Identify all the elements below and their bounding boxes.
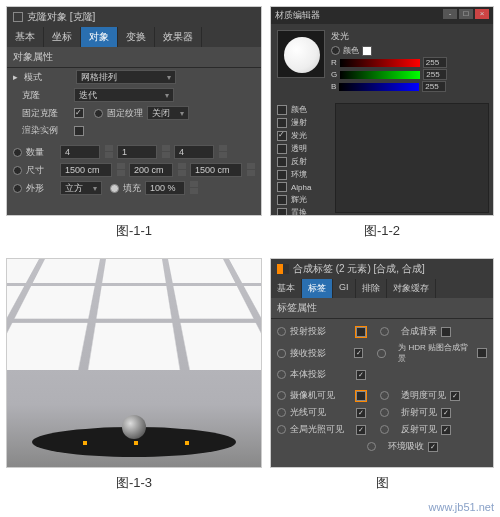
chan-checkbox[interactable]	[277, 157, 287, 167]
color-label: 颜色	[343, 45, 359, 56]
caption-1: 图-1-1	[6, 216, 262, 250]
count-label: 数量	[26, 146, 56, 159]
shape-radio[interactable]	[13, 184, 22, 193]
tab-bar: 基本 坐标 对象 变换 效果器	[7, 27, 261, 47]
radio[interactable]	[367, 442, 376, 451]
ray-visible-checkbox[interactable]: ✓	[356, 408, 366, 418]
radio[interactable]	[277, 327, 286, 336]
caption-4: 图	[270, 468, 494, 502]
r-slider[interactable]	[340, 59, 420, 67]
shape-dropdown[interactable]: 立方▾	[60, 181, 102, 195]
shape-label: 外形	[26, 182, 56, 195]
axis-handle[interactable]	[83, 441, 87, 445]
mode-dropdown[interactable]: 网格排列▾	[76, 70, 176, 84]
chan-checkbox[interactable]	[277, 208, 287, 217]
chan-checkbox[interactable]	[277, 195, 287, 205]
chan-checkbox[interactable]	[277, 118, 287, 128]
chan-checkbox[interactable]	[277, 170, 287, 180]
refract-visible-checkbox[interactable]: ✓	[441, 408, 451, 418]
size-radio[interactable]	[13, 166, 22, 175]
size-y[interactable]: 200 cm	[129, 163, 173, 177]
hdr-bg-checkbox[interactable]	[477, 348, 487, 358]
close-button[interactable]: ×	[475, 9, 489, 19]
compositing-icon	[277, 264, 289, 274]
tab-transform[interactable]: 变换	[118, 27, 155, 47]
viewport-panel[interactable]	[6, 258, 262, 468]
fill-value[interactable]: 100 %	[145, 181, 185, 195]
cloner-panel: 克隆对象 [克隆] 基本 坐标 对象 变换 效果器 对象属性 ▸ 模式 网格排列…	[6, 6, 262, 216]
count-radio[interactable]	[13, 148, 22, 157]
material-body	[335, 103, 489, 213]
radio-off[interactable]	[94, 109, 103, 118]
size-label: 尺寸	[26, 164, 56, 177]
panel-title: 克隆对象 [克隆]	[27, 10, 95, 24]
caption-2: 图-1-2	[270, 216, 494, 250]
b-slider[interactable]	[339, 83, 419, 91]
color-swatch[interactable]	[362, 46, 372, 56]
receive-shadow-checkbox[interactable]: ✓	[354, 348, 364, 358]
radio[interactable]	[277, 408, 286, 417]
fill-label: 填充	[123, 182, 141, 195]
radio[interactable]	[380, 408, 389, 417]
compositing-tag-panel: 合成标签 (2 元素) [合成, 合成] 基本 标签 GI 排除 对象缓存 标签…	[270, 258, 494, 468]
chan-checkbox[interactable]	[277, 144, 287, 154]
tab-basic[interactable]: 基本	[271, 279, 302, 298]
maximize-button[interactable]: □	[459, 9, 473, 19]
fix-tex-label: 固定纹理	[107, 107, 143, 120]
cast-shadow-checkbox[interactable]	[356, 327, 366, 337]
radio[interactable]	[277, 425, 286, 434]
chan-checkbox[interactable]	[277, 131, 287, 141]
ao-checkbox[interactable]: ✓	[428, 442, 438, 452]
count-z[interactable]: 4	[174, 145, 214, 159]
tab-buffer[interactable]: 对象缓存	[387, 279, 436, 298]
radio[interactable]	[377, 349, 386, 358]
radio[interactable]	[380, 391, 389, 400]
size-z[interactable]: 1500 cm	[190, 163, 242, 177]
sphere	[122, 415, 146, 439]
radio[interactable]	[277, 391, 286, 400]
minimize-button[interactable]: -	[443, 9, 457, 19]
tab-gi[interactable]: GI	[333, 279, 356, 298]
radio[interactable]	[277, 370, 286, 379]
window-header: 材质编辑器 - □ ×	[271, 7, 493, 24]
radio[interactable]	[277, 349, 286, 358]
tab-coord[interactable]: 坐标	[44, 27, 81, 47]
count-y[interactable]: 1	[117, 145, 157, 159]
camera-visible-checkbox[interactable]	[356, 391, 366, 401]
axis-handle[interactable]	[134, 441, 138, 445]
tab-object[interactable]: 对象	[81, 27, 118, 47]
render-inst-label: 渲染实例	[22, 124, 70, 137]
panel-title: 合成标签 (2 元素) [合成, 合成]	[293, 262, 425, 276]
clone-dropdown[interactable]: 迭代▾	[74, 88, 174, 102]
tab-exclude[interactable]: 排除	[356, 279, 387, 298]
g-value[interactable]: 255	[423, 69, 447, 80]
radio[interactable]	[380, 425, 389, 434]
count-x[interactable]: 4	[60, 145, 100, 159]
fix-clone-checkbox[interactable]	[74, 108, 84, 118]
mode-label: 模式	[24, 71, 72, 84]
tab-effector[interactable]: 效果器	[155, 27, 202, 47]
comp-bg-checkbox[interactable]	[441, 327, 451, 337]
color-radio[interactable]	[331, 46, 340, 55]
gi-visible-checkbox[interactable]: ✓	[356, 425, 366, 435]
r-value[interactable]: 255	[423, 57, 447, 68]
fill-radio[interactable]	[110, 184, 119, 193]
alpha-visible-checkbox[interactable]: ✓	[450, 391, 460, 401]
axis-handle[interactable]	[185, 441, 189, 445]
glow-label: 发光	[331, 31, 349, 41]
reflect-visible-checkbox[interactable]: ✓	[441, 425, 451, 435]
tab-basic[interactable]: 基本	[7, 27, 44, 47]
chan-checkbox[interactable]	[277, 105, 287, 115]
g-slider[interactable]	[340, 71, 420, 79]
b-value[interactable]: 255	[422, 81, 446, 92]
chan-checkbox[interactable]	[277, 182, 287, 192]
size-x[interactable]: 1500 cm	[60, 163, 112, 177]
expand-arrow[interactable]: ▸	[13, 72, 18, 82]
self-shadow-checkbox[interactable]: ✓	[356, 370, 366, 380]
panel-header: 合成标签 (2 元素) [合成, 合成]	[271, 259, 493, 279]
tab-tag[interactable]: 标签	[302, 279, 333, 298]
fix-tex-dropdown[interactable]: 关闭▾	[147, 106, 189, 120]
material-preview[interactable]	[277, 30, 325, 78]
render-inst-checkbox[interactable]	[74, 126, 84, 136]
radio[interactable]	[380, 327, 389, 336]
